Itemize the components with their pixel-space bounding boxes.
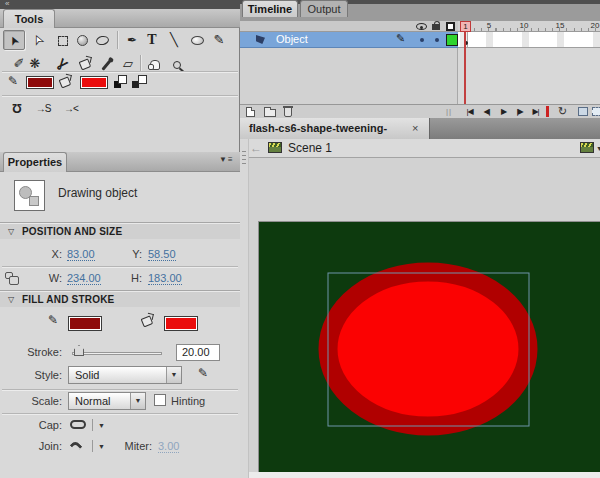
breadcrumb-scene: Scene 1 — [288, 141, 332, 155]
style-dropdown[interactable]: Solid ▼ — [68, 366, 182, 384]
properties-body: Drawing object ▽ POSITION AND SIZE X: 83… — [0, 172, 240, 478]
document-area: Timeline Output 5 10 15 20 1 Object ✎ — [240, 0, 600, 478]
divider-grip — [242, 151, 246, 167]
miter-value[interactable]: 3.00 — [158, 440, 179, 453]
section-fill-and-stroke[interactable]: ▽ FILL AND STROKE — [0, 290, 240, 307]
layer-edit-pencil-icon: ✎ — [396, 32, 405, 45]
panel-menu-icon[interactable]: ▼≡ — [219, 155, 234, 164]
cap-dropdown-arrow[interactable]: ▼ — [98, 422, 105, 429]
join-dropdown-arrow[interactable]: ▼ — [98, 443, 105, 450]
fill-color-swatch[interactable] — [164, 316, 198, 331]
3d-rotation-tool[interactable] — [71, 30, 93, 50]
dock-header-bar: « — [0, 0, 240, 9]
layer-row-object[interactable]: Object ✎ — [240, 32, 600, 48]
loop-playback-icon[interactable]: ↻ — [558, 105, 567, 118]
new-layer-button[interactable] — [246, 107, 255, 117]
snap-to-objects-toggle[interactable]: Ω — [6, 98, 28, 118]
separator — [92, 419, 93, 431]
step-forward-button[interactable]: |▶ — [512, 105, 527, 118]
center-frame-button[interactable] — [546, 106, 549, 117]
stroke-color-swatch[interactable] — [68, 316, 102, 331]
frame-ruler[interactable]: 5 10 15 20 — [458, 21, 600, 32]
join-style-icon[interactable] — [70, 440, 83, 453]
smooth-icon: →S — [36, 99, 51, 119]
lasso-tool[interactable] — [91, 30, 113, 50]
onion-skin-outlines-button[interactable] — [592, 107, 600, 116]
h-value[interactable]: 183.00 — [148, 272, 182, 285]
timeline-layers-empty-area[interactable] — [240, 48, 458, 104]
cap-style-icon[interactable] — [70, 420, 86, 429]
zoom-tool-icon — [173, 61, 181, 69]
join-label: Join: — [10, 440, 62, 452]
panel-splitter-handle[interactable]: || — [446, 107, 452, 116]
subselection-tool[interactable]: ➤ — [27, 30, 49, 50]
section-position-and-size[interactable]: ▽ POSITION AND SIZE — [0, 222, 240, 239]
play-button[interactable]: ▶ — [496, 105, 511, 118]
object-thumbnail — [14, 180, 45, 211]
timeline-frames-empty-area[interactable] — [458, 48, 600, 104]
layer-name-cell[interactable]: Object ✎ — [240, 32, 458, 48]
tab-output[interactable]: Output — [300, 0, 348, 17]
disclosure-triangle-icon: ▽ — [8, 223, 14, 240]
document-tab[interactable]: flash-cs6-shape-tweening-intro.fla* × — [240, 118, 430, 139]
lock-layers-icon[interactable] — [432, 24, 440, 30]
stroke-slider-track[interactable] — [72, 352, 162, 355]
layer-outline-color-swatch[interactable] — [446, 34, 458, 46]
separator — [2, 71, 238, 72]
hinting-checkbox[interactable] — [154, 394, 166, 406]
x-value[interactable]: 83.00 — [67, 248, 95, 261]
separator — [2, 389, 238, 390]
close-document-icon[interactable]: × — [412, 118, 418, 139]
drawn-ellipse-object[interactable] — [328, 272, 528, 426]
back-arrow-icon[interactable]: ← — [250, 141, 262, 155]
w-value[interactable]: 234.00 — [67, 272, 101, 285]
edit-scene-icon[interactable] — [580, 142, 594, 153]
scale-dropdown[interactable]: Normal ▼ — [68, 392, 146, 410]
pencil-tool[interactable]: ✎ — [208, 30, 230, 50]
onion-skin-button[interactable] — [578, 107, 588, 116]
separator — [2, 413, 238, 414]
black-and-white-icon[interactable] — [114, 75, 127, 88]
collapse-panels-icon[interactable]: « — [5, 0, 8, 8]
stroke-slider-thumb[interactable] — [74, 345, 84, 356]
pen-tool[interactable]: ✒ — [121, 30, 143, 50]
tab-timeline[interactable]: Timeline — [242, 0, 298, 17]
edit-stroke-style-icon[interactable]: ✎ — [198, 366, 208, 380]
smooth-option[interactable]: →S — [32, 98, 54, 118]
straighten-option[interactable]: →< — [60, 98, 82, 118]
go-to-first-frame-button[interactable]: |◀ — [462, 105, 477, 118]
layer-lock-dot[interactable] — [435, 38, 439, 42]
stroke-color-swatch[interactable] — [26, 76, 54, 89]
pen-tool-icon: ✒ — [127, 30, 137, 50]
tools-divider — [117, 31, 118, 49]
step-back-button[interactable]: ◀| — [479, 105, 494, 118]
document-tabstrip: flash-cs6-shape-tweening-intro.fla* × — [240, 118, 600, 139]
text-tool[interactable]: T — [141, 30, 163, 50]
layer-frames-strip[interactable] — [458, 32, 600, 48]
layer-visibility-dot[interactable] — [420, 38, 424, 42]
tab-tools[interactable]: Tools — [3, 9, 55, 28]
delete-layer-button[interactable] — [284, 107, 292, 117]
oval-tool[interactable] — [186, 30, 208, 50]
panel-divider-gutter[interactable] — [240, 139, 249, 478]
playhead[interactable]: 1 — [460, 21, 471, 32]
show-hide-layers-icon[interactable] — [416, 23, 427, 30]
link-width-height-icon[interactable] — [5, 272, 13, 279]
new-folder-button[interactable] — [264, 109, 276, 117]
go-to-last-frame-button[interactable]: ▶| — [528, 105, 543, 118]
timeline-bottom-toolbar: || |◀ ◀| ▶ |▶ ▶| ↻ — [240, 104, 600, 118]
y-value[interactable]: 58.50 — [148, 248, 176, 261]
selection-tool[interactable]: ➤ — [3, 30, 25, 50]
timeline-header-row: 5 10 15 20 1 — [240, 21, 600, 32]
scene-clapperboard-icon — [268, 142, 282, 153]
swap-colors-icon[interactable] — [132, 75, 147, 88]
chevron-down-icon[interactable]: ▼ — [166, 367, 181, 383]
edit-scene-arrow-icon[interactable]: ▼ — [596, 145, 600, 152]
fill-color-bucket-icon — [142, 314, 152, 326]
outline-layers-icon[interactable] — [446, 22, 455, 31]
fill-color-swatch[interactable] — [80, 76, 108, 89]
tab-properties[interactable]: Properties — [3, 152, 67, 172]
line-tool[interactable]: ╲ — [163, 30, 185, 50]
chevron-down-icon[interactable]: ▼ — [130, 393, 145, 409]
stroke-value-field[interactable]: 20.00 — [176, 344, 220, 361]
